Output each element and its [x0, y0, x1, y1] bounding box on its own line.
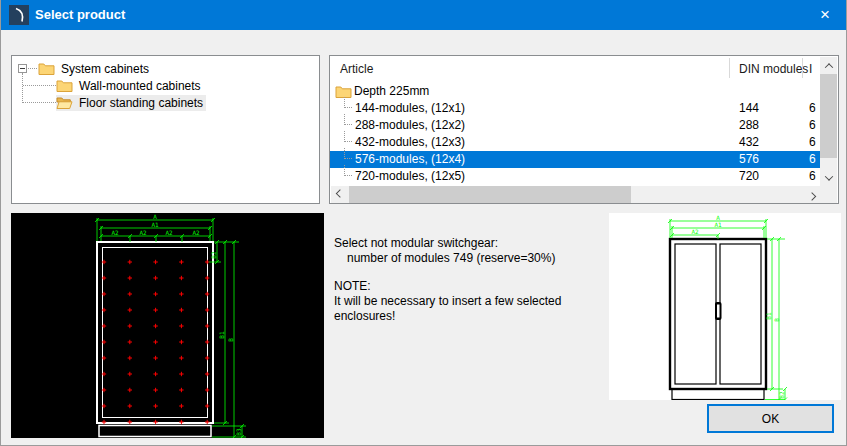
folder-closed-icon: [56, 79, 73, 92]
scroll-up-button[interactable]: [820, 57, 837, 74]
close-button[interactable]: ×: [802, 0, 847, 30]
din-modules-cell: 576: [739, 151, 759, 168]
svg-text:A1: A1: [151, 221, 159, 228]
right-door-outline: [720, 244, 761, 384]
clipped-cell: 6: [809, 168, 820, 185]
din-modules-cell: 720: [739, 168, 759, 185]
article-row-selected[interactable]: 576-modules, (12x4) 576 6: [330, 151, 820, 168]
article-cell: 144-modules, (12x1): [355, 100, 465, 117]
select-product-dialog: Select product × System cabinets Wall-mo: [0, 0, 847, 446]
clipped-cell: 6: [809, 134, 820, 151]
dimension-lines: [668, 219, 787, 400]
tree-item-label: Wall-mounted cabinets: [76, 78, 204, 94]
chevron-down-icon: [824, 172, 832, 180]
cad-module-layout-view: A A1 A2 A2 A2 A2 B2 B1 B B3: [11, 213, 324, 438]
article-row[interactable]: 720-modules, (12x5) 720 6: [330, 168, 820, 185]
scroll-down-button[interactable]: [820, 169, 837, 186]
tree-item-system-cabinets[interactable]: System cabinets: [12, 60, 319, 77]
cabinet-plinth-outline: [99, 426, 211, 437]
collapse-expander-icon[interactable]: [18, 64, 27, 73]
svg-text:A2: A2: [139, 229, 147, 236]
svg-text:A: A: [153, 213, 157, 220]
clipped-cell: 6: [809, 151, 820, 168]
info-line: Select not modular switchgear:: [334, 236, 599, 251]
horizontal-scrollbar[interactable]: [331, 186, 820, 203]
column-header-clipped[interactable]: I: [809, 62, 812, 76]
svg-text:A1: A1: [714, 221, 722, 228]
app-icon: [9, 5, 29, 25]
tree-item-wall-mounted-cabinets[interactable]: Wall-mounted cabinets: [12, 77, 319, 94]
door-handle-slot: [717, 305, 720, 318]
article-row[interactable]: 288-modules, (12x2) 288 6: [330, 117, 820, 134]
cabinet-preview-drawing: A A1 A2 B1 B B2: [609, 213, 841, 400]
din-modules-cell: 288: [739, 117, 759, 134]
info-line: number of modules 749 (reserve=30%): [334, 251, 599, 266]
scrollbar-corner: [820, 186, 837, 203]
article-cell: 288-modules, (12x2): [355, 117, 465, 134]
tree-stub: [344, 97, 352, 108]
module-markers: [102, 260, 210, 424]
window-title: Select product: [35, 0, 125, 30]
column-header-din-modules[interactable]: DIN modules: [739, 62, 808, 76]
svg-text:A2: A2: [111, 229, 119, 236]
svg-text:B2: B2: [778, 391, 785, 399]
horizontal-scroll-thumb[interactable]: [349, 186, 631, 203]
dimension-labels: A A1 A2 A2 A2 A2 B2 B1 B B3: [111, 213, 241, 436]
group-row-depth[interactable]: Depth 225mm: [330, 83, 820, 100]
article-cell: 432-modules, (12x3): [355, 134, 465, 151]
column-separator[interactable]: [729, 58, 730, 78]
list-header: Article DIN modules I: [330, 56, 820, 82]
tree-item-floor-standing-cabinets[interactable]: Floor standing cabinets: [12, 94, 319, 111]
list-rows: Depth 225mm 144-modules, (12x1) 144 6 28…: [330, 83, 820, 186]
din-modules-cell: 432: [739, 134, 759, 151]
clipped-cell: 6: [809, 117, 820, 134]
cabinet-outer-outline: [97, 242, 213, 423]
column-separator[interactable]: [802, 58, 803, 78]
clipped-cell: 6: [809, 100, 820, 117]
svg-text:B: B: [227, 338, 234, 342]
column-header-article[interactable]: Article: [340, 62, 373, 76]
vertical-scroll-thumb[interactable]: [820, 74, 837, 158]
chevron-up-icon: [824, 63, 832, 71]
folder-open-icon: [56, 96, 73, 109]
vertical-scrollbar[interactable]: [820, 57, 837, 186]
titlebar: Select product ×: [1, 0, 847, 30]
left-door-outline: [675, 244, 716, 384]
tree-stub: [344, 165, 352, 176]
tree-stub: [344, 114, 352, 125]
tree-selection-highlight: Floor standing cabinets: [56, 95, 206, 111]
din-modules-cell: 144: [739, 100, 759, 117]
svg-text:B1: B1: [765, 312, 772, 320]
chevron-right-icon: [807, 192, 815, 200]
tree-stub: [344, 131, 352, 142]
chevron-left-icon: [335, 189, 343, 197]
svg-text:A2: A2: [165, 229, 173, 236]
tree-stub: [344, 148, 352, 159]
tree-item-label: System cabinets: [58, 61, 152, 77]
group-label: Depth 225mm: [354, 83, 429, 100]
tree-item-label: Floor standing cabinets: [76, 95, 206, 111]
svg-text:A2: A2: [691, 228, 699, 235]
dimension-labels: A A1 A2 B1 B B2: [691, 214, 784, 399]
article-list: Article DIN modules I Depth 225mm 144-mo…: [329, 55, 839, 204]
note-line: It will be necessary to insert a few sel…: [334, 294, 599, 309]
scroll-left-button[interactable]: [331, 186, 348, 203]
article-row[interactable]: 144-modules, (12x1) 144 6: [330, 100, 820, 117]
note-label: NOTE:: [334, 279, 599, 294]
svg-text:B3: B3: [235, 428, 242, 436]
svg-text:B1: B1: [218, 331, 225, 339]
scroll-right-button[interactable]: [803, 186, 820, 203]
svg-text:B2: B2: [210, 251, 217, 259]
article-row[interactable]: 432-modules, (12x3) 432 6: [330, 134, 820, 151]
plinth-outline: [672, 389, 764, 400]
note-line: enclosures!: [334, 309, 599, 324]
svg-text:A: A: [716, 214, 720, 221]
article-cell: 576-modules, (12x4): [355, 151, 465, 168]
cabinet-inner-outline: [103, 248, 208, 418]
article-cell: 720-modules, (12x5): [355, 168, 465, 185]
selection-info-text: Select not modular switchgear: number of…: [334, 236, 599, 324]
ok-button[interactable]: OK: [707, 404, 834, 433]
dimension-lines: [95, 218, 246, 438]
svg-text:B: B: [773, 318, 780, 322]
svg-text:A2: A2: [192, 229, 200, 236]
